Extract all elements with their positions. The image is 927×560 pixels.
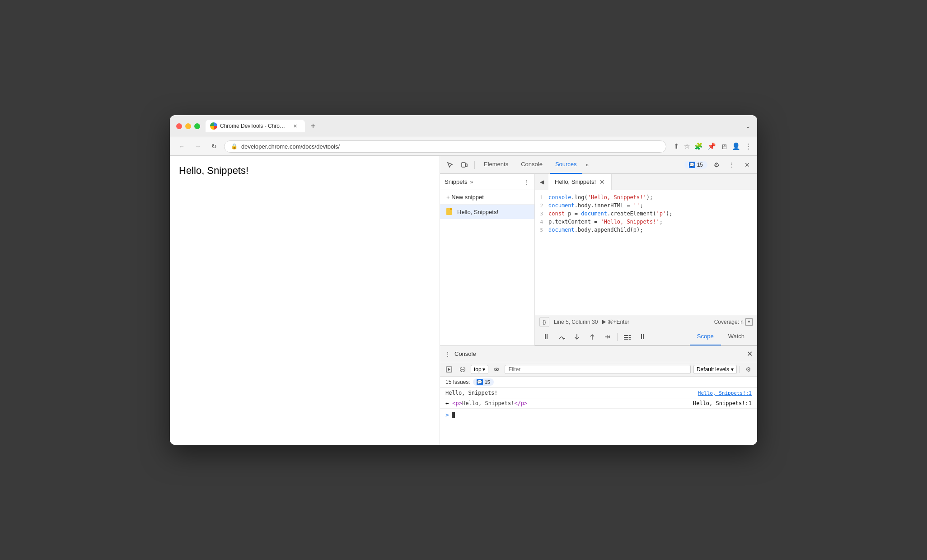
editor-back-button[interactable]: ◀ — [535, 175, 548, 189]
back-icon: ◀ — [540, 179, 544, 185]
console-input-row[interactable]: > — [440, 409, 757, 421]
new-snippet-label: + New snippet — [446, 194, 484, 201]
cast-icon[interactable]: 🖥 — [721, 143, 727, 150]
levels-arrow-icon: ▾ — [731, 366, 734, 373]
forward-button[interactable]: → — [192, 140, 204, 153]
inspect-element-button[interactable] — [444, 159, 456, 171]
tab-console[interactable]: Console — [515, 156, 548, 174]
format-button[interactable]: {} — [539, 317, 549, 327]
address-text: developer.chrome.com/docs/devtools/ — [241, 143, 340, 150]
close-icon: ✕ — [744, 161, 750, 168]
line-number-5: 5 — [535, 227, 548, 233]
snippets-more-options[interactable]: ⋮ — [524, 178, 530, 186]
tab-scope[interactable]: Scope — [690, 328, 721, 345]
snippets-expand-icon[interactable]: » — [470, 179, 473, 185]
svg-rect-6 — [629, 337, 631, 338]
pause-button[interactable]: ⏸ — [540, 331, 552, 343]
console-title: Console — [454, 350, 476, 357]
profile-icon[interactable]: 👤 — [732, 142, 740, 150]
page-area: Hello, Snippets! — [170, 156, 440, 445]
line-number-1: 1 — [535, 195, 548, 201]
console-html-link[interactable]: Hello, Snippets!:1 — [693, 400, 752, 406]
activate-breakpoints-button[interactable] — [621, 331, 633, 343]
issues-badge-count: 15 — [485, 379, 490, 385]
share-icon[interactable]: ⬆ — [674, 142, 679, 150]
browser-tab[interactable]: Chrome DevTools - Chrome De ✕ — [206, 120, 305, 132]
pause-on-exceptions-button[interactable]: ⏸ — [637, 331, 648, 343]
clear-console-button[interactable] — [457, 364, 468, 375]
more-tabs-icon[interactable]: » — [586, 162, 589, 168]
filter-input[interactable] — [505, 365, 691, 374]
svg-rect-4 — [624, 339, 628, 340]
editor-file-tab[interactable]: Hello, Snippets! ✕ — [548, 174, 612, 190]
tab-elements[interactable]: Elements — [478, 156, 514, 174]
bookmark-icon[interactable]: ☆ — [684, 142, 690, 150]
console-log-link[interactable]: Hello, Snippets!:1 — [698, 390, 752, 396]
coverage-down-icon[interactable]: ▼ — [745, 318, 753, 326]
svg-rect-3 — [624, 337, 628, 338]
snippet-name: Hello, Snippets! — [457, 209, 498, 215]
page-hello-text: Hello, Snippets! — [179, 165, 431, 177]
console-panel: ⋮ Console ✕ — [440, 345, 757, 445]
device-toolbar-button[interactable] — [458, 159, 471, 171]
step-button[interactable] — [602, 331, 613, 343]
console-settings-button[interactable]: ⚙ — [743, 364, 754, 375]
step-over-button[interactable] — [556, 331, 567, 343]
address-bar[interactable]: 🔒 developer.chrome.com/docs/devtools/ — [224, 140, 666, 153]
tab-watch[interactable]: Watch — [721, 328, 752, 345]
code-editor[interactable]: 1 console.log('Hello, Snippets!'); 2 doc… — [535, 190, 757, 315]
address-bar-row: ← → ↻ 🔒 developer.chrome.com/docs/devtoo… — [170, 137, 757, 156]
issues-count-badge[interactable]: 💬 15 — [473, 378, 494, 386]
close-devtools-button[interactable]: ✕ — [741, 159, 754, 171]
minimize-button[interactable] — [185, 123, 191, 129]
dropdown-arrow-icon: ▾ — [482, 366, 485, 373]
default-levels-selector[interactable]: Default levels ▾ — [693, 365, 737, 374]
run-snippet-button[interactable]: ⌘+Enter — [602, 319, 629, 325]
console-options-icon[interactable]: ⋮ — [445, 350, 451, 358]
extensions-icon[interactable]: 🧩 — [694, 142, 703, 150]
code-line-1: 1 console.log('Hello, Snippets!'); — [535, 194, 757, 202]
line-content-5: document.body.appendChild(p); — [548, 227, 643, 233]
step-into-button[interactable] — [571, 331, 583, 343]
new-snippet-button[interactable]: + New snippet — [440, 190, 534, 205]
lock-icon: 🔒 — [231, 143, 238, 149]
close-console-button[interactable]: ✕ — [747, 350, 753, 358]
issues-badge-icon: 💬 — [477, 379, 483, 385]
settings-button[interactable]: ⚙ — [710, 159, 723, 171]
new-tab-button[interactable]: + — [307, 120, 319, 132]
svg-rect-2 — [624, 335, 628, 336]
issues-badge[interactable]: 💬 15 — [684, 161, 707, 169]
pin-icon[interactable]: 📌 — [707, 142, 716, 150]
console-log-text: Hello, Snippets! — [445, 390, 694, 396]
top-context-selector[interactable]: top ▾ — [471, 365, 488, 374]
run-icon — [602, 320, 606, 324]
back-button[interactable]: ← — [175, 140, 188, 153]
line-content-3: const p = document.createElement('p'); — [548, 210, 673, 217]
tab-title: Chrome DevTools - Chrome De — [220, 123, 289, 129]
tab-close-icon[interactable]: ✕ — [291, 122, 299, 130]
toolbar-separator — [474, 161, 475, 169]
step-out-button[interactable] — [586, 331, 598, 343]
eye-button[interactable] — [491, 364, 502, 375]
line-number-4: 4 — [535, 219, 548, 225]
console-log-entry: Hello, Snippets! Hello, Snippets!:1 — [440, 388, 757, 398]
title-bar-actions: ⌄ — [745, 122, 751, 130]
snippet-item[interactable]: Hello, Snippets! — [440, 205, 534, 219]
maximize-button[interactable] — [194, 123, 200, 129]
browser-window: Chrome DevTools - Chrome De ✕ + ⌄ ← → ↻ … — [170, 115, 757, 445]
refresh-button[interactable]: ↻ — [208, 140, 220, 153]
more-options-icon[interactable]: ⋮ — [745, 142, 752, 150]
settings-icon: ⚙ — [714, 161, 720, 168]
expand-arrow-icon[interactable]: ← — [445, 400, 449, 406]
editor-tab-close-icon[interactable]: ✕ — [599, 178, 605, 186]
console-toolbar: top ▾ Default levels ▾ — [440, 362, 757, 377]
close-button[interactable] — [176, 123, 182, 129]
console-prompt: > — [445, 411, 449, 418]
run-shortcut: ⌘+Enter — [608, 319, 629, 325]
devtools-topbar: Elements Console Sources » 💬 15 ⚙ — [440, 156, 757, 174]
top-label: top — [474, 366, 482, 373]
more-options-button[interactable]: ⋮ — [726, 159, 738, 171]
console-run-button[interactable] — [444, 364, 454, 375]
tab-sources[interactable]: Sources — [550, 156, 582, 174]
chevron-down-icon[interactable]: ⌄ — [745, 122, 751, 130]
